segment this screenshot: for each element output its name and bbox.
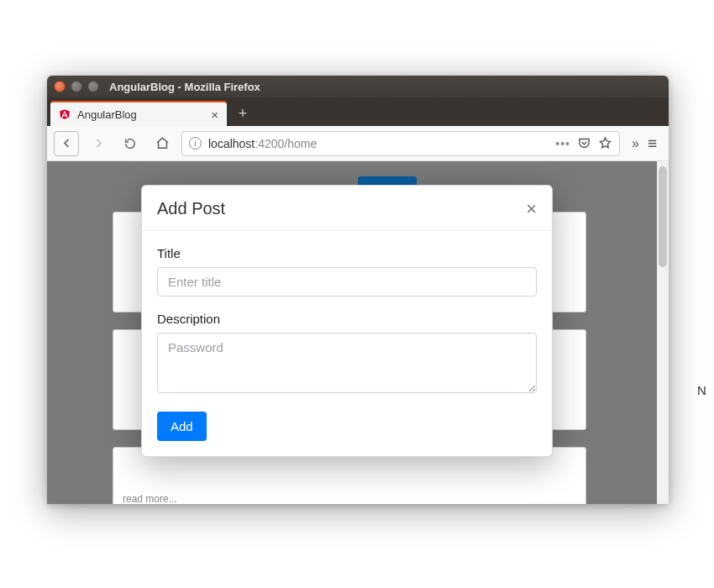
description-textarea[interactable] bbox=[157, 333, 537, 393]
modal-header: Add Post × bbox=[142, 186, 552, 231]
add-button[interactable]: Add bbox=[157, 412, 207, 441]
tab-close-icon[interactable]: × bbox=[211, 108, 218, 122]
window-minimize-button[interactable] bbox=[71, 81, 82, 92]
overflow-icon[interactable]: » bbox=[632, 136, 639, 151]
read-more-link[interactable]: read more... bbox=[123, 493, 177, 504]
modal-close-icon[interactable]: × bbox=[526, 200, 537, 218]
tab-title: AngularBlog bbox=[77, 108, 204, 121]
url-rest: :4200/home bbox=[255, 137, 317, 150]
address-bar[interactable]: i localhost:4200/home ••• bbox=[181, 131, 620, 156]
window-close-button[interactable] bbox=[54, 81, 66, 92]
home-button[interactable] bbox=[150, 131, 175, 156]
pocket-icon[interactable] bbox=[577, 136, 591, 150]
modal-title: Add Post bbox=[157, 199, 526, 218]
title-label: Title bbox=[157, 246, 537, 260]
angular-icon bbox=[59, 108, 71, 120]
forward-button[interactable] bbox=[86, 131, 111, 156]
back-button[interactable] bbox=[54, 131, 79, 156]
site-info-icon[interactable]: i bbox=[189, 137, 202, 150]
page-actions-icon[interactable]: ••• bbox=[555, 137, 570, 150]
browser-tab-active[interactable]: AngularBlog × bbox=[50, 101, 227, 126]
form-group-title: Title bbox=[157, 246, 537, 297]
page-viewport: read more... Add Post × Title Descriptio… bbox=[47, 161, 669, 504]
scrollbar-thumb[interactable] bbox=[659, 166, 667, 267]
modal-body: Title Description Add bbox=[142, 231, 552, 456]
url-text: localhost:4200/home bbox=[208, 137, 317, 150]
add-post-modal: Add Post × Title Description Add bbox=[141, 185, 553, 457]
bookmark-star-icon[interactable] bbox=[598, 136, 612, 150]
description-label: Description bbox=[157, 312, 537, 326]
window-title: AngularBlog - Mozilla Firefox bbox=[109, 81, 260, 93]
window-maximize-button[interactable] bbox=[87, 81, 99, 92]
new-tab-button[interactable]: + bbox=[230, 101, 255, 126]
browser-window: AngularBlog - Mozilla Firefox AngularBlo… bbox=[47, 76, 669, 504]
title-input[interactable] bbox=[157, 267, 537, 297]
toolbar-right: » ≡ bbox=[627, 134, 662, 153]
tab-strip: AngularBlog × + bbox=[47, 97, 669, 126]
url-host: localhost bbox=[208, 137, 255, 150]
form-group-description: Description bbox=[157, 312, 537, 396]
stray-letter: N bbox=[697, 383, 706, 397]
browser-toolbar: i localhost:4200/home ••• » ≡ bbox=[47, 126, 669, 161]
reload-button[interactable] bbox=[118, 131, 143, 156]
os-titlebar: AngularBlog - Mozilla Firefox bbox=[47, 76, 669, 97]
menu-icon[interactable]: ≡ bbox=[648, 134, 657, 153]
vertical-scrollbar[interactable] bbox=[657, 161, 669, 504]
